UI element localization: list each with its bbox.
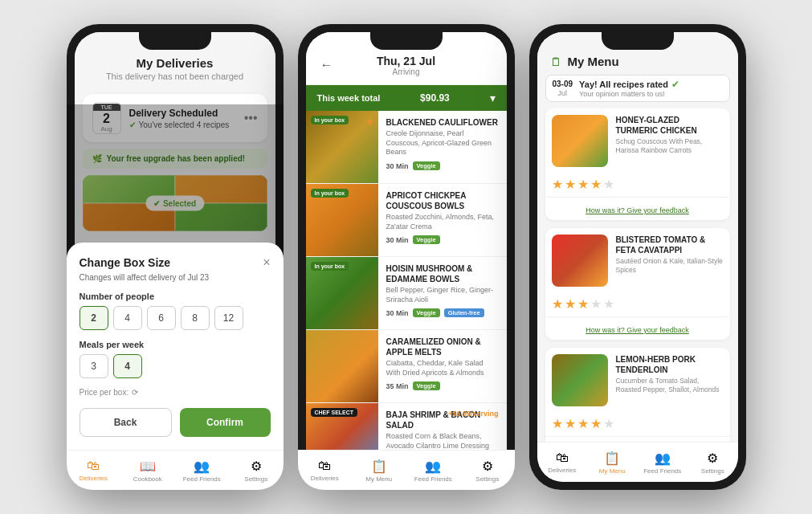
p2-deliveries-icon: 🛍 (318, 459, 331, 473)
heart-icon-1[interactable]: ♥ (366, 116, 373, 128)
people-option-4[interactable]: 4 (113, 306, 142, 330)
meals-option-4[interactable]: 4 (113, 354, 142, 378)
nav-cookbook[interactable]: 📖 Cookbook (120, 459, 175, 483)
meal-desc-turmeric: Schug Couscous With Peas, Harissa Rainbo… (616, 137, 724, 155)
p2-nav-deliveries[interactable]: 🛍 Deliveries (306, 459, 353, 482)
recipe-desc-onion: Ciabatta, Cheddar, Kale Salad With Dried… (386, 359, 499, 377)
date-month: Jul (553, 89, 573, 97)
p3-nav-my-menu[interactable]: 📋 My Menu (587, 451, 638, 475)
modal-close-button[interactable]: × (263, 255, 270, 270)
veggie-tag-4: Veggie (413, 381, 440, 390)
recipe-card-cauliflower[interactable]: In your box ♥ BLACKENED CAULIFLOWER Creo… (306, 111, 507, 184)
phone-notch-2 (370, 32, 443, 50)
p2-my-menu-icon: 📋 (371, 459, 387, 474)
feedback-link-pork[interactable]: How was it? Give your feedback (545, 436, 730, 442)
people-option-6[interactable]: 6 (147, 306, 176, 330)
p3-nav-feed-friends[interactable]: 👥 Feed Friends (638, 451, 688, 475)
p3-nav-deliveries[interactable]: 🛍 Deliveries (537, 451, 588, 474)
p2-deliveries-label: Deliveries (311, 475, 339, 482)
pork-img (552, 354, 608, 406)
recipe-time-3: 30 Min (386, 309, 409, 317)
recipe-card-mushroom[interactable]: In your box HOISIN MUSHROOM & EDAMAME BO… (306, 257, 507, 330)
modal-buttons: Back Confirm (80, 408, 271, 437)
meal-info-turmeric: HONEY-GLAZED TURMERIC CHICKEN Schug Cous… (616, 115, 724, 167)
confirm-button[interactable]: Confirm (180, 408, 271, 437)
star-p4: ★ (590, 416, 602, 431)
stars-turmeric[interactable]: ★ ★ ★ ★ ★ (545, 173, 730, 197)
p2-feed-friends-icon: 👥 (425, 459, 441, 474)
price-loading-icon: ⟳ (132, 388, 138, 397)
p2-nav-settings[interactable]: ⚙ Settings (460, 459, 507, 483)
modal-header: Change Box Size × (80, 255, 271, 270)
phone1-bottom-nav: 🛍 Deliveries 📖 Cookbook 👥 Feed Friends ⚙… (75, 450, 275, 482)
recipe-meta-cauliflower: 30 Min Veggie (386, 161, 499, 170)
phone1-title: My Deliveries (88, 56, 263, 70)
nav-feed-friends[interactable]: 👥 Feed Friends (175, 459, 230, 483)
chef-select-badge: CHEF SELECT (311, 408, 358, 417)
p3-settings-label: Settings (701, 467, 724, 475)
recipe-meta-onion: 35 Min Veggie (386, 381, 499, 390)
meal-top-turmeric: HONEY-GLAZED TURMERIC CHICKEN Schug Cous… (545, 108, 730, 173)
total-bar[interactable]: This week total $90.93 ▾ (306, 85, 507, 111)
p2-settings-icon: ⚙ (482, 459, 493, 474)
nav-settings[interactable]: ⚙ Settings (229, 459, 275, 483)
nav-deliveries[interactable]: 🛍 Deliveries (75, 459, 121, 482)
recipe-meta-chickpea: 30 Min Veggie (386, 235, 499, 244)
star-t2: ★ (565, 296, 576, 312)
star-3: ★ (577, 177, 589, 192)
deliveries-icon: 🛍 (87, 459, 100, 473)
date-range: 03-09 (553, 80, 573, 89)
p3-nav-settings[interactable]: ⚙ Settings (688, 451, 738, 475)
p2-nav-feed-friends[interactable]: 👥 Feed Friends (406, 459, 461, 483)
people-options: 2 4 6 8 12 (80, 306, 271, 330)
back-arrow-icon[interactable]: ← (320, 58, 333, 72)
feedback-link-turmeric[interactable]: How was it? Give your feedback (545, 197, 730, 220)
people-option-2[interactable]: 2 (80, 306, 108, 330)
star-p2: ★ (565, 416, 576, 431)
rated-sub: Your opinion matters to us! (579, 90, 722, 98)
recipe-card-onion[interactable]: CARAMELIZED ONION & APPLE MELTS Ciabatta… (306, 330, 507, 403)
modal-subtitle: Changes will affect delivery of Jul 23 (80, 273, 271, 282)
settings-label: Settings (244, 475, 267, 483)
recipe-img-chickpea: In your box (306, 184, 378, 256)
phone-notch-3 (602, 32, 674, 50)
rated-title: Yay! All recipes rated (579, 80, 668, 89)
in-box-badge-2: In your box (311, 189, 349, 198)
feedback-text-tomato: How was it? Give your feedback (586, 326, 689, 334)
phone2-arriving: Arriving (319, 67, 494, 76)
phone-2: ← Thu, 21 Jul Arriving This week total $… (298, 24, 515, 490)
phone3-title: My Menu (568, 55, 619, 68)
meal-desc-pork: Cucumber & Tomato Salad, Roasted Pepper,… (616, 377, 724, 394)
meal-card-turmeric[interactable]: HONEY-GLAZED TURMERIC CHICKEN Schug Cous… (545, 108, 730, 220)
star-1: ★ (552, 177, 563, 192)
star-p3: ★ (577, 416, 589, 431)
people-option-12[interactable]: 12 (214, 306, 243, 330)
back-button[interactable]: Back (80, 408, 172, 437)
feedback-link-tomato[interactable]: How was it? Give your feedback (545, 316, 730, 340)
recipes-list: In your box ♥ BLACKENED CAULIFLOWER Creo… (306, 111, 507, 482)
phone-2-screen: ← Thu, 21 Jul Arriving This week total $… (306, 32, 507, 482)
meal-name-turmeric: HONEY-GLAZED TURMERIC CHICKEN (616, 115, 724, 136)
price-label: Price per box: (80, 388, 129, 397)
meals-list: HONEY-GLAZED TURMERIC CHICKEN Schug Cous… (537, 108, 738, 442)
meals-option-3[interactable]: 3 (80, 354, 108, 378)
meal-card-pork[interactable]: LEMON-HERB PORK TENDERLOIN Cucumber & To… (545, 348, 730, 442)
recipe-card-chickpea[interactable]: In your box APRICOT CHICKPEA COUSCOUS BO… (306, 184, 507, 257)
stars-tomato[interactable]: ★ ★ ★ ★ ★ (545, 293, 730, 316)
recipe-info-mushroom: HOISIN MUSHROOM & EDAMAME BOWLS Bell Pep… (378, 257, 507, 329)
meal-name-pork: LEMON-HERB PORK TENDERLOIN (616, 354, 724, 375)
feed-friends-label: Feed Friends (183, 475, 221, 483)
people-option-8[interactable]: 8 (181, 306, 210, 330)
upcharge-label: +$6.99/serving (448, 410, 498, 418)
p3-settings-icon: ⚙ (707, 451, 718, 466)
meals-options: 3 4 (80, 354, 271, 378)
modal-title: Change Box Size (80, 256, 171, 269)
p2-nav-my-menu[interactable]: 📋 My Menu (352, 459, 406, 483)
change-box-modal: Change Box Size × Changes will affect de… (75, 243, 275, 450)
meal-top-tomato: BLISTERED TOMATO & FETA CAVATAPPI Sautée… (545, 228, 730, 293)
recipe-info-onion: CARAMELIZED ONION & APPLE MELTS Ciabatta… (378, 330, 507, 402)
recipe-img-mushroom: In your box (306, 257, 378, 329)
meal-card-tomato[interactable]: BLISTERED TOMATO & FETA CAVATAPPI Sautée… (545, 228, 730, 340)
stars-pork[interactable]: ★ ★ ★ ★ ★ (545, 413, 730, 436)
meal-info-tomato: BLISTERED TOMATO & FETA CAVATAPPI Sautée… (616, 235, 724, 287)
